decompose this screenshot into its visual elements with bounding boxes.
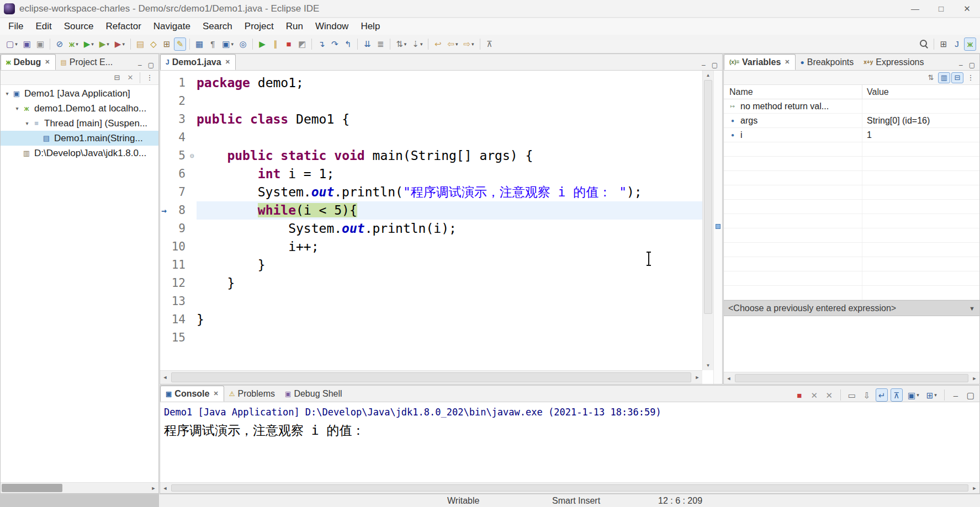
debug-icon[interactable]: ж▾	[67, 38, 81, 51]
scrollbar-thumb[interactable]	[171, 372, 691, 382]
tree-item[interactable]: ▾жdemo1.Demo1 at localho...	[1, 101, 158, 116]
tree-item[interactable]: ▾▣Demo1 [Java Application]	[1, 86, 158, 101]
coverage-icon[interactable]: ▶▾	[97, 38, 112, 51]
last-edit-location-icon[interactable]: ↩	[432, 38, 444, 51]
tree-item[interactable]: ▤Demo1.main(String...	[1, 131, 158, 146]
menu-window[interactable]: Window	[309, 19, 354, 34]
scroll-right-icon[interactable]: ►	[149, 485, 158, 491]
line-number[interactable]: 14	[168, 311, 188, 329]
menu-source[interactable]: Source	[58, 19, 100, 34]
minimize-icon[interactable]: ‒	[136, 60, 144, 70]
chevron-down-icon[interactable]: ▼	[969, 305, 975, 312]
code-text[interactable]: package demo1;	[197, 74, 702, 92]
scroll-lock-icon[interactable]: ⇩	[861, 388, 873, 402]
menu-navigate[interactable]: Navigate	[147, 19, 197, 34]
console-horizontal-scrollbar[interactable]: ◄ ►	[160, 482, 979, 493]
mark-occurrences-icon[interactable]: ⇣▾	[410, 38, 425, 51]
current-line-marker[interactable]	[716, 224, 721, 229]
suspend-icon[interactable]: ∥	[269, 38, 282, 51]
java-perspective-icon[interactable]: J	[951, 38, 963, 51]
tab-expressions[interactable]: x+yExpressions	[859, 54, 929, 70]
line-number[interactable]: 1	[168, 74, 188, 92]
line-number[interactable]: 15	[168, 329, 188, 347]
word-wrap-icon[interactable]: ↵	[876, 388, 888, 402]
expander-icon[interactable]: ▾	[3, 90, 12, 97]
tab-console[interactable]: ▣Console✕	[160, 386, 224, 402]
display-console-icon[interactable]: ▣▾	[905, 388, 921, 402]
maximize-icon[interactable]: ▢	[965, 388, 977, 402]
console-output-area[interactable]: Demo1 [Java Application] D:\Develop\Java…	[160, 402, 979, 482]
code-editor[interactable]: 1package demo1;23public class Demo1 {45⊖…	[160, 71, 702, 370]
scroll-right-icon[interactable]: ►	[970, 485, 979, 491]
debug-perspective-icon[interactable]: ж	[964, 38, 976, 51]
terminate-icon[interactable]: ■	[283, 38, 295, 51]
scroll-down-icon[interactable]: ▼	[703, 361, 713, 370]
open-console-icon[interactable]: ⊞▾	[924, 388, 939, 402]
scroll-up-icon[interactable]: ▲	[703, 71, 713, 80]
scrollbar-thumb[interactable]	[171, 484, 968, 492]
code-text[interactable]: int i = 1;	[197, 165, 702, 183]
close-icon[interactable]: ✕	[45, 58, 50, 66]
line-number[interactable]: 2	[168, 92, 188, 110]
skip-breakpoints-icon[interactable]: ⊘	[54, 38, 66, 51]
debug-view-horizontal-scrollbar[interactable]: ►	[1, 482, 158, 493]
minimize-icon[interactable]: ‒	[950, 388, 962, 402]
resume-icon[interactable]: ▶	[256, 38, 268, 51]
variables-horizontal-scrollbar[interactable]: ◄ ►	[724, 372, 979, 384]
line-number[interactable]: 9	[168, 220, 188, 238]
pin-console-icon[interactable]: ⊼	[891, 388, 903, 402]
line-number[interactable]: 5	[168, 147, 188, 165]
editor-horizontal-scrollbar[interactable]: ◄ ►	[160, 370, 702, 384]
run-icon[interactable]: ▶▾	[82, 38, 96, 51]
open-type-icon[interactable]: ◇	[147, 38, 160, 51]
view-menu-icon[interactable]: ⋮	[144, 72, 156, 83]
step-filters-icon[interactable]: ≣	[374, 38, 386, 51]
scroll-left-icon[interactable]: ◄	[160, 485, 170, 491]
tab-variables[interactable]: (x)=Variables✕	[724, 54, 796, 70]
open-task-icon[interactable]: ▦	[193, 38, 205, 51]
menu-run[interactable]: Run	[280, 19, 309, 34]
line-number[interactable]: 10	[168, 238, 188, 256]
save-all-icon[interactable]: ▣	[34, 38, 46, 51]
console-toolbar-icon[interactable]: ▣▾	[220, 38, 236, 51]
tab-debug-shell[interactable]: ▣Debug Shell	[280, 386, 347, 402]
code-text[interactable]	[197, 329, 702, 347]
scroll-right-icon[interactable]: ►	[692, 375, 702, 380]
save-icon[interactable]: ▣	[21, 38, 33, 51]
remove-launch-icon[interactable]: ✕	[808, 388, 820, 402]
close-icon[interactable]: ✕	[213, 390, 218, 397]
close-icon[interactable]: ✕	[225, 58, 230, 66]
new-java-project-icon[interactable]: ▤	[134, 38, 146, 51]
minimize-button[interactable]: —	[902, 0, 928, 17]
expression-entry-bar[interactable]: <Choose a previously entered expression>…	[724, 300, 979, 316]
show-whitespace-icon[interactable]: ¶	[206, 38, 219, 51]
tab-debug[interactable]: жDebug✕	[1, 54, 56, 70]
terminate-icon[interactable]: ■	[793, 388, 806, 402]
tab-project-explorer[interactable]: ▤Project E...	[56, 54, 118, 70]
scroll-left-icon[interactable]: ◄	[724, 376, 734, 381]
view-menu-icon[interactable]: ⋮	[965, 72, 977, 83]
external-tools-icon[interactable]: ▶▾	[113, 38, 127, 51]
step-into-icon[interactable]: ↴	[315, 38, 327, 51]
code-text[interactable]: public class Demo1 {	[197, 110, 702, 129]
sort-icon[interactable]: ⇅▾	[394, 38, 409, 51]
scroll-left-icon[interactable]: ◄	[160, 375, 170, 380]
menu-search[interactable]: Search	[197, 19, 239, 34]
minimize-icon[interactable]: ‒	[700, 60, 708, 70]
maximize-button[interactable]: □	[928, 0, 954, 17]
menu-file[interactable]: File	[2, 19, 29, 34]
close-button[interactable]: ✕	[954, 0, 980, 17]
new-package-icon[interactable]: ⊞	[161, 38, 173, 51]
open-perspective-icon[interactable]: ⊞	[937, 38, 950, 51]
tab-demo1-java[interactable]: JDemo1.java✕	[160, 54, 236, 70]
line-number[interactable]: 4	[168, 129, 188, 147]
minimize-icon[interactable]: ‒	[957, 60, 965, 70]
column-header-name[interactable]: Name	[724, 87, 862, 97]
fold-collapse-icon[interactable]: ⊖	[188, 147, 197, 165]
new-wizard-icon[interactable]: ▢▾	[4, 38, 20, 51]
pin-editor-icon[interactable]: ⊼	[484, 38, 496, 51]
maximize-icon[interactable]: ▢	[146, 60, 156, 70]
editor-vertical-scrollbar[interactable]: ▲ ▼	[702, 71, 713, 370]
collapse-all-icon[interactable]: ⊟	[111, 72, 123, 83]
remove-all-launches-icon[interactable]: ✕	[823, 388, 835, 402]
